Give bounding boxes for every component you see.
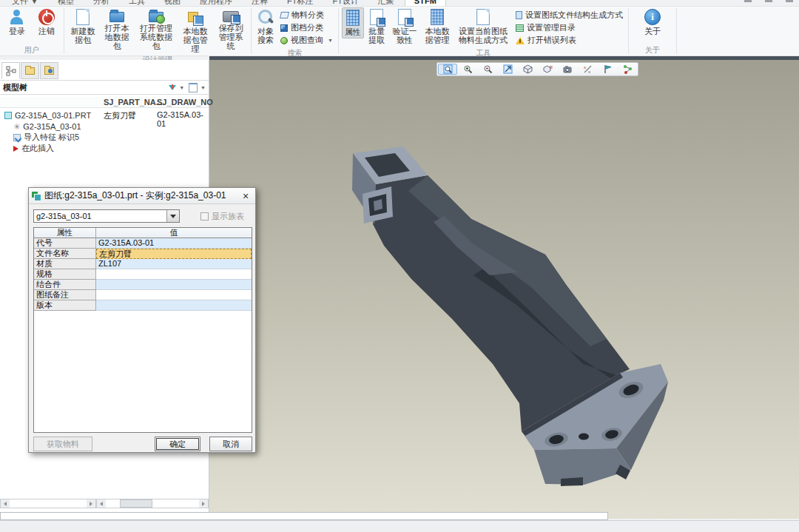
value-cell[interactable] [96,300,252,311]
verify-consistency-button[interactable]: 验证一致性 [389,7,420,46]
document-icon [476,9,490,25]
tree-filter-button[interactable]: ▼ [169,85,184,90]
instance-combobox[interactable]: g2-315a_03-01 [33,209,180,223]
table-row[interactable]: 文件名称 左剪刀臂 [34,249,252,259]
set-structure-button[interactable]: 设置图纸文件结构生成方式 [516,10,623,21]
tab-model-tree[interactable] [1,62,20,79]
user-icon [9,9,25,25]
tab-favorites[interactable] [40,62,58,79]
ribbon-group-design-mgmt: 新建数据包 打开本地数据包 打开管理系统数据包 本地数据包管理 保存到管理系统 [64,7,251,55]
table-row[interactable]: 规格 [34,269,252,280]
open-system-package-button[interactable]: 打开管理系统数据包 [135,7,177,52]
local-package-mgmt-button[interactable]: 本地数据包管理 [178,7,212,55]
graphics-viewport[interactable]: RB xx [209,60,799,519]
import-feature-icon [13,134,21,141]
open-error-list-button[interactable]: 打开错误列表 [516,35,623,46]
drive-save-icon [223,11,239,22]
csys-icon: ✳ [13,123,20,130]
application-window: 文件 ▼ 模型 分析 工具 视图 应用程序 注释 FT标注 FT设计 汇聚 ST… [0,0,799,532]
tab-tools[interactable]: 工具 [120,0,154,7]
set-mgmt-dir-button[interactable]: 设置管理目录 [516,22,623,33]
folder-icon [109,12,124,22]
model-tree-title: 模型树 [3,82,164,93]
table-row[interactable]: 图纸备注 [34,290,252,300]
model-3d-render [209,60,799,519]
ok-button[interactable]: 确定 [155,437,200,451]
tree-row-insert-here[interactable]: 在此插入 [0,143,209,154]
login-button[interactable]: 登录 [3,7,31,37]
scroll-left-icon[interactable] [97,499,106,508]
page-disk-icon [398,9,411,25]
columns-horizontal-scrollbar[interactable] [96,499,209,508]
tab-ft-design[interactable]: FT设计 [323,0,367,7]
power-icon [38,9,55,25]
value-cell[interactable] [96,280,252,290]
table-row[interactable]: 版本 [34,300,252,311]
tab-annotate[interactable]: 注释 [243,0,277,7]
tree-settings-button[interactable]: ▼ [189,83,206,92]
save-to-system-button[interactable]: 保存到管理系统 [214,7,248,52]
properties-button[interactable]: 属性 [342,7,364,38]
tab-ft-annotate[interactable]: FT标注 [278,0,322,7]
value-cell[interactable] [96,269,252,280]
doc-class-button[interactable]: 图档分类 [280,22,333,33]
tab-stfm-active[interactable]: STFM [405,0,446,7]
show-family-table-checkbox[interactable]: 显示族表 [200,211,244,222]
new-package-button[interactable]: 新建数据包 [67,7,98,46]
tree-row-part[interactable]: G2-315A_03-01.PRT 左剪刀臂 G2-315A.03-01 [0,110,209,121]
table-row[interactable]: 材质 ZL107 [34,259,252,269]
logout-button[interactable]: 注销 [33,7,61,37]
get-material-button: 获取物料 [33,437,92,451]
tree-cell-part-name: 左剪刀臂 [104,110,136,121]
checkbox-icon [200,212,209,220]
folder-globe-icon [149,12,163,22]
ribbon-group-tools: 属性 批量提取 验证一致性 本地数据管理 设置当前图纸物料生成方式 [339,7,628,55]
value-cell[interactable]: G2-315A.03-01 [96,238,252,249]
scrollbar-thumb[interactable] [120,499,152,508]
cancel-button[interactable]: 取消 [209,437,252,451]
view-query-button[interactable]: 视图查询 ▼ [280,35,333,46]
tree-row-csys[interactable]: ✳ G2-315A_03-01 [0,121,209,132]
value-cell[interactable] [96,290,252,300]
page-disk-icon [370,9,383,25]
chevron-down-icon: ▼ [328,38,333,43]
mini-page-icon [516,11,522,19]
set-current-drawing-button[interactable]: 设置当前图纸物料生成方式 [454,7,512,46]
tree-horizontal-scrollbar[interactable] [0,499,96,508]
sphere-icon [280,37,288,44]
drawing-properties-dialog: 图纸:g2-315a_03-01.prt - 实例:g2-315a_03-01 … [28,187,256,453]
value-cell-selected[interactable]: 左剪刀臂 [96,249,252,259]
group-separator [676,8,677,54]
dialog-titlebar[interactable]: 图纸:g2-315a_03-01.prt - 实例:g2-315a_03-01 … [29,188,255,204]
tab-applications[interactable]: 应用程序 [191,0,241,7]
tab-view[interactable]: 视图 [155,0,189,7]
tree-row-import-feature[interactable]: 导入特征 标识5 [0,132,209,143]
tab-folder-browser[interactable] [21,62,39,79]
table-row[interactable]: 代号 G2-315A.03-01 [34,238,252,249]
column-header-draw-no[interactable]: SJ_DRAW_NO [157,98,213,107]
scroll-left-icon[interactable] [1,499,10,508]
local-data-mgmt-button[interactable]: 本地数据管理 [422,7,453,46]
scroll-right-icon[interactable] [87,499,95,508]
about-button[interactable]: i 关于 [640,7,665,37]
table-row[interactable]: 结合件 [34,280,252,290]
tab-model[interactable]: 模型 [49,0,83,7]
tab-analysis[interactable]: 分析 [84,0,118,7]
column-header-part-name[interactable]: SJ_PART_NA... [104,98,163,107]
message-prompt-bar [0,512,608,520]
close-icon[interactable]: × [239,190,252,202]
batch-extract-button[interactable]: 批量提取 [365,7,388,46]
object-search-button[interactable]: 对象搜索 [254,7,277,46]
scroll-right-icon[interactable] [199,499,208,508]
tree-column-headers: SJ_PART_NA... SJ_DRAW_NO [0,97,209,108]
dialog-title: 图纸:g2-315a_03-01.prt - 实例:g2-315a_03-01 [44,189,239,202]
material-class-button[interactable]: 物料分类 [280,10,333,21]
value-cell[interactable]: ZL107 [96,259,252,269]
combobox-dropdown-button[interactable] [166,210,179,222]
ribbon-group-user: 登录 注销 用户 [0,7,64,55]
tab-huiju[interactable]: 汇聚 [369,0,403,7]
insert-here-icon [13,146,18,152]
tab-file[interactable]: 文件 ▼ [3,0,47,7]
open-local-package-button[interactable]: 打开本地数据包 [100,7,134,52]
ribbon-tab-strip: 文件 ▼ 模型 分析 工具 视图 应用程序 注释 FT标注 FT设计 汇聚 ST… [0,0,799,7]
